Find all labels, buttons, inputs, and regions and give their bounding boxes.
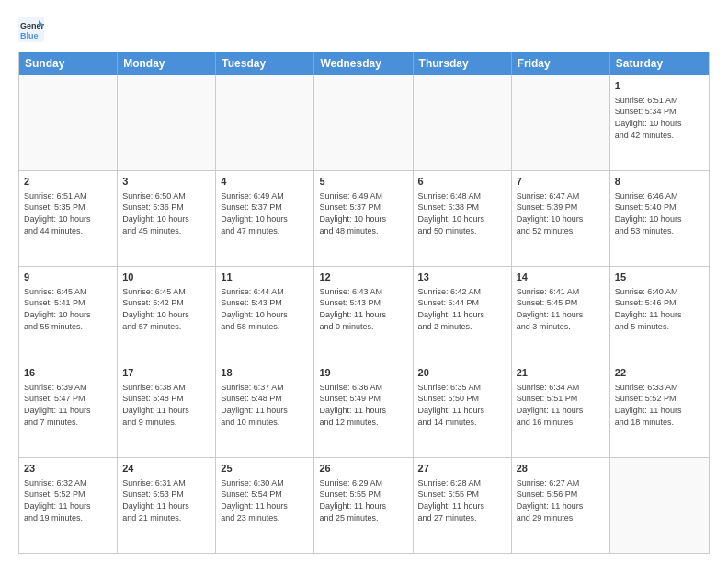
day-info: Sunrise: 6:43 AM Sunset: 5:43 PM Dayligh… bbox=[319, 286, 407, 332]
calendar-week-1: 1Sunrise: 6:51 AM Sunset: 5:34 PM Daylig… bbox=[19, 75, 709, 170]
day-number: 13 bbox=[418, 270, 506, 284]
calendar-cell bbox=[512, 75, 610, 170]
day-info: Sunrise: 6:51 AM Sunset: 5:35 PM Dayligh… bbox=[24, 190, 112, 236]
calendar-week-3: 9Sunrise: 6:45 AM Sunset: 5:41 PM Daylig… bbox=[19, 266, 709, 362]
day-info: Sunrise: 6:41 AM Sunset: 5:45 PM Dayligh… bbox=[517, 286, 605, 332]
day-number: 12 bbox=[319, 270, 407, 284]
calendar-cell: 1Sunrise: 6:51 AM Sunset: 5:34 PM Daylig… bbox=[610, 75, 709, 170]
day-info: Sunrise: 6:39 AM Sunset: 5:47 PM Dayligh… bbox=[24, 382, 112, 428]
calendar-week-4: 16Sunrise: 6:39 AM Sunset: 5:47 PM Dayli… bbox=[19, 362, 709, 457]
calendar-cell: 17Sunrise: 6:38 AM Sunset: 5:48 PM Dayli… bbox=[118, 362, 216, 457]
day-info: Sunrise: 6:42 AM Sunset: 5:44 PM Dayligh… bbox=[418, 286, 506, 332]
calendar-cell: 7Sunrise: 6:47 AM Sunset: 5:39 PM Daylig… bbox=[512, 171, 610, 266]
calendar-cell: 11Sunrise: 6:44 AM Sunset: 5:43 PM Dayli… bbox=[216, 267, 314, 362]
calendar-cell: 14Sunrise: 6:41 AM Sunset: 5:45 PM Dayli… bbox=[512, 267, 610, 362]
day-number: 28 bbox=[517, 462, 605, 476]
logo-icon: General Blue bbox=[18, 17, 44, 42]
day-header-saturday: Saturday bbox=[610, 52, 709, 75]
header: General Blue bbox=[18, 17, 710, 42]
day-number: 20 bbox=[418, 366, 506, 380]
calendar-cell: 26Sunrise: 6:29 AM Sunset: 5:55 PM Dayli… bbox=[314, 458, 413, 553]
day-header-thursday: Thursday bbox=[414, 52, 512, 75]
day-number: 15 bbox=[615, 270, 704, 284]
day-info: Sunrise: 6:51 AM Sunset: 5:34 PM Dayligh… bbox=[615, 95, 704, 141]
calendar-cell: 24Sunrise: 6:31 AM Sunset: 5:53 PM Dayli… bbox=[118, 458, 216, 553]
day-info: Sunrise: 6:47 AM Sunset: 5:39 PM Dayligh… bbox=[517, 190, 605, 236]
logo: General Blue bbox=[18, 17, 48, 42]
day-number: 4 bbox=[221, 175, 309, 189]
calendar-cell bbox=[216, 75, 314, 170]
calendar-cell: 5Sunrise: 6:49 AM Sunset: 5:37 PM Daylig… bbox=[314, 171, 413, 266]
day-info: Sunrise: 6:31 AM Sunset: 5:53 PM Dayligh… bbox=[122, 477, 210, 523]
calendar-cell: 9Sunrise: 6:45 AM Sunset: 5:41 PM Daylig… bbox=[19, 267, 118, 362]
calendar-cell: 23Sunrise: 6:32 AM Sunset: 5:52 PM Dayli… bbox=[19, 458, 118, 553]
calendar-cell: 25Sunrise: 6:30 AM Sunset: 5:54 PM Dayli… bbox=[216, 458, 314, 553]
calendar-week-2: 2Sunrise: 6:51 AM Sunset: 5:35 PM Daylig… bbox=[19, 170, 709, 266]
calendar-cell: 2Sunrise: 6:51 AM Sunset: 5:35 PM Daylig… bbox=[19, 171, 118, 266]
day-number: 23 bbox=[24, 462, 112, 476]
calendar-cell: 28Sunrise: 6:27 AM Sunset: 5:56 PM Dayli… bbox=[512, 458, 610, 553]
calendar-cell: 10Sunrise: 6:45 AM Sunset: 5:42 PM Dayli… bbox=[118, 267, 216, 362]
day-number: 6 bbox=[418, 175, 506, 189]
calendar-cell bbox=[314, 75, 413, 170]
calendar-cell: 4Sunrise: 6:49 AM Sunset: 5:37 PM Daylig… bbox=[216, 171, 314, 266]
day-header-monday: Monday bbox=[118, 52, 216, 75]
day-info: Sunrise: 6:28 AM Sunset: 5:55 PM Dayligh… bbox=[418, 477, 506, 523]
day-info: Sunrise: 6:37 AM Sunset: 5:48 PM Dayligh… bbox=[221, 382, 309, 428]
calendar-cell: 27Sunrise: 6:28 AM Sunset: 5:55 PM Dayli… bbox=[414, 458, 512, 553]
day-info: Sunrise: 6:30 AM Sunset: 5:54 PM Dayligh… bbox=[221, 477, 309, 523]
day-info: Sunrise: 6:46 AM Sunset: 5:40 PM Dayligh… bbox=[615, 190, 704, 236]
day-header-friday: Friday bbox=[512, 52, 610, 75]
page: General Blue SundayMondayTuesdayWednesda… bbox=[0, 0, 728, 563]
calendar-cell: 8Sunrise: 6:46 AM Sunset: 5:40 PM Daylig… bbox=[610, 171, 709, 266]
day-number: 9 bbox=[24, 270, 112, 284]
day-number: 11 bbox=[221, 270, 309, 284]
day-number: 21 bbox=[517, 366, 605, 380]
day-info: Sunrise: 6:45 AM Sunset: 5:42 PM Dayligh… bbox=[122, 286, 210, 332]
day-number: 2 bbox=[24, 175, 112, 189]
calendar-header: SundayMondayTuesdayWednesdayThursdayFrid… bbox=[19, 52, 709, 75]
calendar-cell: 21Sunrise: 6:34 AM Sunset: 5:51 PM Dayli… bbox=[512, 362, 610, 457]
day-number: 22 bbox=[615, 366, 704, 380]
day-info: Sunrise: 6:34 AM Sunset: 5:51 PM Dayligh… bbox=[517, 382, 605, 428]
day-number: 19 bbox=[319, 366, 407, 380]
calendar: SundayMondayTuesdayWednesdayThursdayFrid… bbox=[18, 52, 710, 554]
day-info: Sunrise: 6:44 AM Sunset: 5:43 PM Dayligh… bbox=[221, 286, 309, 332]
day-header-wednesday: Wednesday bbox=[314, 52, 413, 75]
day-info: Sunrise: 6:49 AM Sunset: 5:37 PM Dayligh… bbox=[319, 190, 407, 236]
day-info: Sunrise: 6:27 AM Sunset: 5:56 PM Dayligh… bbox=[517, 477, 605, 523]
calendar-cell bbox=[118, 75, 216, 170]
calendar-cell: 22Sunrise: 6:33 AM Sunset: 5:52 PM Dayli… bbox=[610, 362, 709, 457]
day-number: 14 bbox=[517, 270, 605, 284]
day-info: Sunrise: 6:36 AM Sunset: 5:49 PM Dayligh… bbox=[319, 382, 407, 428]
day-header-tuesday: Tuesday bbox=[216, 52, 314, 75]
calendar-cell: 18Sunrise: 6:37 AM Sunset: 5:48 PM Dayli… bbox=[216, 362, 314, 457]
day-info: Sunrise: 6:49 AM Sunset: 5:37 PM Dayligh… bbox=[221, 190, 309, 236]
day-info: Sunrise: 6:50 AM Sunset: 5:36 PM Dayligh… bbox=[122, 190, 210, 236]
day-info: Sunrise: 6:40 AM Sunset: 5:46 PM Dayligh… bbox=[615, 286, 704, 332]
day-info: Sunrise: 6:45 AM Sunset: 5:41 PM Dayligh… bbox=[24, 286, 112, 332]
calendar-cell: 12Sunrise: 6:43 AM Sunset: 5:43 PM Dayli… bbox=[314, 267, 413, 362]
day-number: 16 bbox=[24, 366, 112, 380]
calendar-cell: 16Sunrise: 6:39 AM Sunset: 5:47 PM Dayli… bbox=[19, 362, 118, 457]
day-number: 1 bbox=[615, 79, 704, 93]
calendar-cell: 19Sunrise: 6:36 AM Sunset: 5:49 PM Dayli… bbox=[314, 362, 413, 457]
day-number: 18 bbox=[221, 366, 309, 380]
calendar-cell bbox=[19, 75, 118, 170]
day-number: 25 bbox=[221, 462, 309, 476]
calendar-cell: 6Sunrise: 6:48 AM Sunset: 5:38 PM Daylig… bbox=[414, 171, 512, 266]
calendar-body: 1Sunrise: 6:51 AM Sunset: 5:34 PM Daylig… bbox=[19, 75, 709, 553]
calendar-cell bbox=[610, 458, 709, 553]
day-info: Sunrise: 6:32 AM Sunset: 5:52 PM Dayligh… bbox=[24, 477, 112, 523]
calendar-cell: 15Sunrise: 6:40 AM Sunset: 5:46 PM Dayli… bbox=[610, 267, 709, 362]
svg-text:Blue: Blue bbox=[20, 31, 39, 40]
calendar-cell: 20Sunrise: 6:35 AM Sunset: 5:50 PM Dayli… bbox=[414, 362, 512, 457]
day-number: 8 bbox=[615, 175, 704, 189]
day-number: 5 bbox=[319, 175, 407, 189]
day-number: 3 bbox=[122, 175, 210, 189]
day-number: 17 bbox=[122, 366, 210, 380]
day-info: Sunrise: 6:29 AM Sunset: 5:55 PM Dayligh… bbox=[319, 477, 407, 523]
day-number: 27 bbox=[418, 462, 506, 476]
calendar-week-5: 23Sunrise: 6:32 AM Sunset: 5:52 PM Dayli… bbox=[19, 457, 709, 553]
calendar-cell: 3Sunrise: 6:50 AM Sunset: 5:36 PM Daylig… bbox=[118, 171, 216, 266]
